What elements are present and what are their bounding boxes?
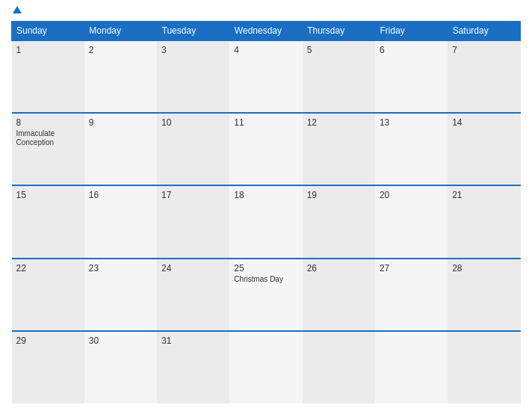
- weekday-header-saturday: Saturday: [448, 22, 520, 41]
- day-number: 26: [307, 263, 371, 274]
- day-number: 7: [452, 45, 516, 55]
- calendar-day-cell: 6: [375, 40, 448, 113]
- holiday-label: Christmas Day: [234, 275, 297, 284]
- calendar-day-cell: 3: [157, 40, 229, 113]
- day-number: 13: [380, 117, 443, 128]
- day-number: 12: [307, 117, 371, 128]
- calendar-day-cell: 5: [303, 40, 375, 113]
- calendar-day-cell: 21: [448, 185, 520, 258]
- calendar-day-cell: 29: [12, 331, 84, 404]
- day-number: 30: [89, 336, 152, 346]
- calendar-day-cell: [375, 331, 448, 404]
- calendar-wrapper: SundayMondayTuesdayWednesdayThursdayFrid…: [0, 0, 532, 411]
- calendar-day-cell: 2: [84, 40, 157, 113]
- calendar-week-row: 8Immaculate Conception91011121314: [12, 113, 521, 185]
- day-number: 18: [234, 190, 297, 200]
- day-number: 22: [16, 263, 80, 274]
- calendar-day-cell: 15: [12, 185, 84, 258]
- day-number: 19: [307, 190, 371, 200]
- day-number: 28: [452, 263, 516, 274]
- calendar-day-cell: 19: [303, 185, 375, 258]
- calendar-day-cell: 8Immaculate Conception: [12, 113, 84, 185]
- day-number: 8: [16, 117, 80, 128]
- calendar-day-cell: 20: [375, 185, 448, 258]
- calendar-week-row: 15161718192021: [12, 185, 521, 258]
- calendar-day-cell: 24: [157, 259, 229, 331]
- calendar-day-cell: 31: [157, 331, 229, 404]
- calendar-day-cell: 14: [448, 113, 520, 185]
- day-number: 21: [452, 190, 516, 200]
- calendar-day-cell: 1: [12, 40, 84, 113]
- calendar-day-cell: 4: [229, 40, 302, 113]
- logo-triangle-icon: [13, 6, 22, 13]
- calendar-week-row: 1234567: [12, 40, 521, 113]
- calendar-day-cell: 9: [84, 113, 157, 185]
- day-number: 24: [161, 263, 225, 274]
- calendar-day-cell: 23: [84, 259, 157, 331]
- calendar-day-cell: 22: [12, 259, 84, 331]
- day-number: 29: [16, 336, 80, 346]
- day-number: 11: [234, 117, 297, 128]
- calendar-day-cell: 18: [229, 185, 302, 258]
- calendar-week-row: 22232425Christmas Day262728: [12, 259, 521, 331]
- day-number: 17: [161, 190, 225, 200]
- weekday-header-monday: Monday: [84, 22, 157, 41]
- day-number: 1: [16, 45, 80, 55]
- day-number: 2: [89, 45, 152, 55]
- day-number: 20: [380, 190, 443, 200]
- day-number: 16: [89, 190, 152, 200]
- calendar-day-cell: 12: [303, 113, 375, 185]
- day-number: 10: [161, 117, 225, 128]
- calendar-day-cell: 17: [157, 185, 229, 258]
- weekday-header-tuesday: Tuesday: [157, 22, 229, 41]
- calendar-header: [11, 7, 521, 15]
- day-number: 3: [161, 45, 225, 55]
- weekday-header-thursday: Thursday: [303, 22, 375, 41]
- weekday-header-friday: Friday: [375, 22, 448, 41]
- day-number: 9: [89, 117, 152, 128]
- calendar-day-cell: 13: [375, 113, 448, 185]
- calendar-day-cell: 25Christmas Day: [229, 259, 302, 331]
- day-number: 27: [380, 263, 443, 274]
- calendar-week-row: 293031: [12, 331, 521, 404]
- calendar-day-cell: [229, 331, 302, 404]
- weekday-header-sunday: Sunday: [12, 22, 84, 41]
- calendar-day-cell: 27: [375, 259, 448, 331]
- calendar-day-cell: 11: [229, 113, 302, 185]
- calendar-day-cell: 7: [448, 40, 520, 113]
- day-number: 23: [89, 263, 152, 274]
- day-number: 5: [307, 45, 371, 55]
- weekday-header-wednesday: Wednesday: [229, 22, 302, 41]
- calendar-day-cell: 16: [84, 185, 157, 258]
- calendar-table: SundayMondayTuesdayWednesdayThursdayFrid…: [11, 21, 521, 404]
- calendar-day-cell: [448, 331, 520, 404]
- logo: [11, 7, 22, 15]
- day-number: 25: [234, 263, 297, 274]
- calendar-day-cell: 30: [84, 331, 157, 404]
- calendar-day-cell: [303, 331, 375, 404]
- calendar-day-cell: 28: [448, 259, 520, 331]
- day-number: 14: [452, 117, 516, 128]
- day-number: 15: [16, 190, 80, 200]
- day-number: 4: [234, 45, 297, 55]
- weekday-header-row: SundayMondayTuesdayWednesdayThursdayFrid…: [12, 22, 521, 41]
- day-number: 31: [161, 336, 225, 346]
- day-number: 6: [380, 45, 443, 55]
- calendar-day-cell: 10: [157, 113, 229, 185]
- holiday-label: Immaculate Conception: [16, 129, 80, 147]
- calendar-day-cell: 26: [303, 259, 375, 331]
